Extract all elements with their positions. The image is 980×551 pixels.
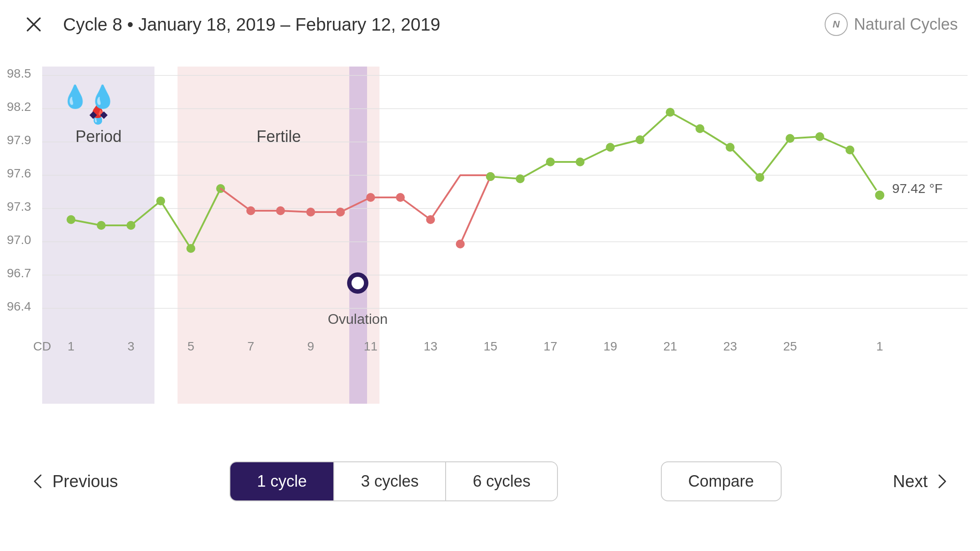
bottom-nav: Previous 1 cycle 3 cycles 6 cycles Compa… <box>0 453 980 510</box>
data-dot <box>276 206 285 215</box>
chevron-left-icon <box>31 473 47 489</box>
svg-text:5: 5 <box>187 339 194 353</box>
last-data-dot <box>874 190 885 201</box>
data-dot <box>815 132 824 141</box>
data-dot <box>636 135 644 144</box>
brand-name: Natural Cycles <box>854 15 958 34</box>
data-dot <box>606 143 615 152</box>
fertile-zone <box>178 67 379 404</box>
svg-text:3: 3 <box>127 339 134 353</box>
svg-text:97.6: 97.6 <box>7 166 32 180</box>
svg-text:9: 9 <box>307 339 314 353</box>
svg-text:15: 15 <box>483 339 497 353</box>
ovulation-inner <box>352 277 364 289</box>
svg-text:1: 1 <box>876 339 883 353</box>
svg-text:97.3: 97.3 <box>7 200 32 213</box>
data-dot <box>486 172 495 181</box>
chart-container: 98.5 98.2 97.9 97.6 97.3 97.0 96.7 96.4 … <box>0 40 980 510</box>
cycle-title: Cycle 8 • January 18, 2019 – February 12… <box>63 15 440 35</box>
data-dot <box>126 221 135 230</box>
data-dot <box>546 157 555 166</box>
data-dot <box>726 143 735 152</box>
svg-text:25: 25 <box>783 339 797 353</box>
compare-button[interactable]: Compare <box>661 461 782 501</box>
svg-text:96.7: 96.7 <box>7 266 32 280</box>
svg-text:1: 1 <box>67 339 75 353</box>
data-dot <box>67 215 75 224</box>
cycle-selector: 1 cycle 3 cycles 6 cycles <box>229 461 558 501</box>
data-dot <box>755 173 764 182</box>
cycle-buttons: 1 cycle 3 cycles 6 cycles <box>229 461 558 501</box>
previous-button[interactable]: Previous <box>22 468 127 496</box>
data-dot <box>516 174 525 183</box>
last-temp-label: 97.42 °F <box>892 181 943 196</box>
green-line-post <box>490 112 880 195</box>
header: Cycle 8 • January 18, 2019 – February 12… <box>0 0 980 40</box>
svg-text:23: 23 <box>723 339 737 353</box>
chart-svg: 98.5 98.2 97.9 97.6 97.3 97.0 96.7 96.4 … <box>0 40 980 453</box>
svg-text:98.5: 98.5 <box>7 67 32 80</box>
data-dot <box>426 215 435 224</box>
ovulation-zone <box>349 67 367 404</box>
svg-text:13: 13 <box>423 339 437 353</box>
data-dot <box>156 197 165 205</box>
one-cycle-button[interactable]: 1 cycle <box>230 462 333 500</box>
svg-text:💧💧: 💧💧 <box>61 83 117 110</box>
fertile-label: Fertile <box>257 127 301 146</box>
data-dot <box>695 124 704 133</box>
next-button[interactable]: Next <box>884 468 958 496</box>
svg-text:17: 17 <box>543 339 557 353</box>
svg-text:97.0: 97.0 <box>7 233 32 247</box>
data-dot <box>97 221 106 230</box>
svg-text:97.9: 97.9 <box>7 133 32 147</box>
six-cycles-button[interactable]: 6 cycles <box>445 462 557 500</box>
svg-text:11: 11 <box>364 339 377 353</box>
brand-logo: N <box>825 13 848 36</box>
svg-text:98.2: 98.2 <box>7 100 32 114</box>
data-dot <box>246 206 255 215</box>
data-dot <box>786 134 794 143</box>
brand: N Natural Cycles <box>825 13 958 36</box>
svg-text:96.4: 96.4 <box>7 299 32 313</box>
ovulation-label: Ovulation <box>328 311 387 327</box>
svg-text:CD: CD <box>33 339 51 353</box>
chevron-right-icon <box>933 473 949 489</box>
period-label: Period <box>75 127 122 146</box>
data-dot <box>396 193 405 202</box>
data-dot <box>306 208 315 216</box>
svg-text:19: 19 <box>603 339 617 353</box>
three-cycles-button[interactable]: 3 cycles <box>333 462 445 500</box>
data-dot <box>846 146 854 154</box>
header-left: Cycle 8 • January 18, 2019 – February 12… <box>22 13 440 36</box>
close-button[interactable] <box>22 13 45 36</box>
data-dot <box>576 157 585 166</box>
data-dot <box>666 108 675 117</box>
data-dot <box>186 244 195 253</box>
data-dot <box>366 193 375 202</box>
svg-text:7: 7 <box>247 339 254 353</box>
data-dot <box>336 208 345 216</box>
svg-text:21: 21 <box>663 339 677 353</box>
